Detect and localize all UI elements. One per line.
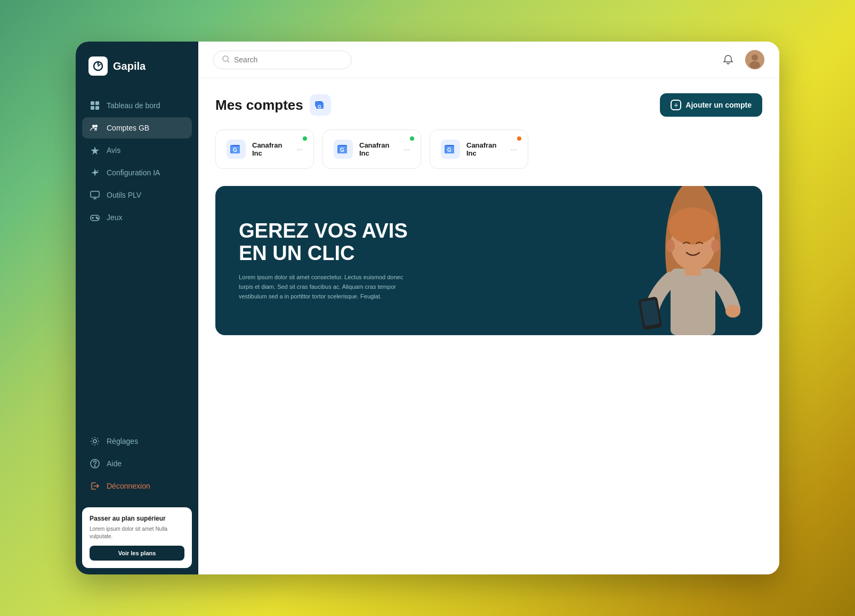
app-window: Gapila Tableau de bord xyxy=(76,42,779,574)
banner-description: Lorem ipsum dolor sit amet consectetur. … xyxy=(239,273,415,301)
section-header: Mes comptes G + Ajouter un compte xyxy=(215,93,762,117)
svg-rect-3 xyxy=(91,101,94,105)
top-bar xyxy=(198,42,779,78)
user-avatar[interactable] xyxy=(745,50,764,69)
content-area: Mes comptes G + Ajouter un compte xyxy=(198,78,779,574)
status-dot-1 xyxy=(303,136,307,141)
svg-point-8 xyxy=(95,125,98,127)
sidebar-item-avis[interactable]: Avis xyxy=(82,140,192,161)
sparkle-icon xyxy=(90,167,100,178)
sidebar-nav: Tableau de bord Comptes GB xyxy=(76,91,198,426)
status-dot-2 xyxy=(410,136,414,141)
logout-icon xyxy=(90,481,100,491)
main-content: Mes comptes G + Ajouter un compte xyxy=(198,42,779,574)
plus-icon: + xyxy=(671,100,681,110)
account-logo-3: G xyxy=(441,140,460,159)
sidebar-item-configuration-ia[interactable]: Configuration IA xyxy=(82,162,192,183)
upgrade-button[interactable]: Voir les plans xyxy=(90,546,184,561)
sidebar-item-aide[interactable]: Aide xyxy=(82,453,192,474)
grid-icon xyxy=(90,100,100,111)
svg-rect-5 xyxy=(91,106,94,110)
sidebar-item-jeux[interactable]: Jeux xyxy=(82,207,192,228)
svg-point-15 xyxy=(96,217,97,218)
svg-point-50 xyxy=(711,239,720,252)
gamepad-icon xyxy=(90,212,100,223)
svg-point-16 xyxy=(97,218,98,219)
sidebar-label-aide: Aide xyxy=(107,459,122,468)
account-name-2: Canafran Inc xyxy=(359,141,397,157)
svg-rect-6 xyxy=(95,106,99,110)
svg-point-55 xyxy=(725,305,740,318)
add-account-button[interactable]: + Ajouter un compte xyxy=(660,93,762,117)
logo: Gapila xyxy=(76,42,198,91)
sidebar-label-configuration-ia: Configuration IA xyxy=(107,168,160,177)
question-icon xyxy=(90,458,100,469)
sidebar-label-tableau-de-bord: Tableau de bord xyxy=(107,101,160,110)
status-dot-3 xyxy=(517,136,521,141)
sidebar-label-reglages: Réglages xyxy=(107,437,138,445)
svg-point-24 xyxy=(749,61,760,69)
sidebar-item-comptes-gb[interactable]: Comptes GB xyxy=(82,117,192,139)
upgrade-desc: Lorem ipsum dolor sit amet Nulla vulputa… xyxy=(90,525,184,540)
svg-text:G: G xyxy=(447,147,451,153)
svg-rect-51 xyxy=(685,265,701,275)
svg-point-7 xyxy=(92,125,95,127)
logo-icon xyxy=(88,56,108,76)
section-title-icon: G xyxy=(310,94,331,116)
sidebar-label-avis: Avis xyxy=(107,146,120,155)
monitor-icon xyxy=(90,190,100,200)
notification-button[interactable] xyxy=(719,50,738,69)
banner-title: GEREZ VOS AVIS EN UN CLIC xyxy=(239,220,558,265)
svg-point-49 xyxy=(666,239,675,252)
section-title-group: Mes comptes G xyxy=(215,94,331,116)
svg-point-20 xyxy=(223,56,228,61)
svg-point-17 xyxy=(93,440,96,443)
upgrade-title: Passer au plan supérieur xyxy=(90,515,184,522)
accounts-grid: G Canafran Inc ··· xyxy=(215,129,762,169)
upgrade-card: Passer au plan supérieur Lorem ipsum dol… xyxy=(82,507,192,568)
sidebar-label-outils-plv: Outils PLV xyxy=(107,191,141,199)
search-input[interactable] xyxy=(234,55,343,64)
svg-point-19 xyxy=(94,466,95,467)
svg-point-23 xyxy=(752,54,758,61)
account-menu-3[interactable]: ··· xyxy=(511,145,517,153)
account-card-2[interactable]: G Canafran Inc ··· xyxy=(322,129,421,169)
svg-point-48 xyxy=(668,207,717,245)
logo-text: Gapila xyxy=(113,60,146,72)
people-icon xyxy=(90,123,100,133)
account-logo-2: G xyxy=(334,140,353,159)
search-icon xyxy=(222,55,230,64)
star-icon xyxy=(90,145,100,156)
account-name-3: Canafran Inc xyxy=(466,141,504,157)
sidebar-label-deconnexion: Déconnexion xyxy=(107,482,150,490)
add-account-label: Ajouter un compte xyxy=(685,101,752,109)
svg-text:G: G xyxy=(318,104,321,109)
section-title: Mes comptes xyxy=(215,97,303,114)
sidebar-bottom: Réglages Aide xyxy=(76,426,198,501)
account-card-1[interactable]: G Canafran Inc ··· xyxy=(215,129,314,169)
svg-line-21 xyxy=(228,61,229,62)
svg-rect-4 xyxy=(95,101,99,105)
svg-text:G: G xyxy=(340,147,344,153)
search-box[interactable] xyxy=(213,51,352,69)
banner-image xyxy=(581,186,762,335)
sidebar-item-reglages[interactable]: Réglages xyxy=(82,431,192,452)
account-name-1: Canafran Inc xyxy=(252,141,290,157)
sidebar-item-outils-plv[interactable]: Outils PLV xyxy=(82,184,192,206)
account-menu-2[interactable]: ··· xyxy=(404,145,410,153)
sidebar: Gapila Tableau de bord xyxy=(76,42,198,574)
svg-text:G: G xyxy=(233,147,237,153)
gear-icon xyxy=(90,436,100,447)
banner-content: GEREZ VOS AVIS EN UN CLIC Lorem ipsum do… xyxy=(215,186,581,335)
account-logo-1: G xyxy=(227,140,246,159)
sidebar-item-deconnexion[interactable]: Déconnexion xyxy=(82,475,192,497)
account-card-3[interactable]: G Canafran Inc ··· xyxy=(430,129,528,169)
sidebar-item-tableau-de-bord[interactable]: Tableau de bord xyxy=(82,95,192,116)
promo-banner: GEREZ VOS AVIS EN UN CLIC Lorem ipsum do… xyxy=(215,186,762,335)
sidebar-label-jeux: Jeux xyxy=(107,213,123,222)
account-menu-1[interactable]: ··· xyxy=(296,145,303,153)
top-bar-actions xyxy=(719,50,764,69)
sidebar-label-comptes-gb: Comptes GB xyxy=(107,124,149,132)
svg-rect-9 xyxy=(91,191,99,197)
